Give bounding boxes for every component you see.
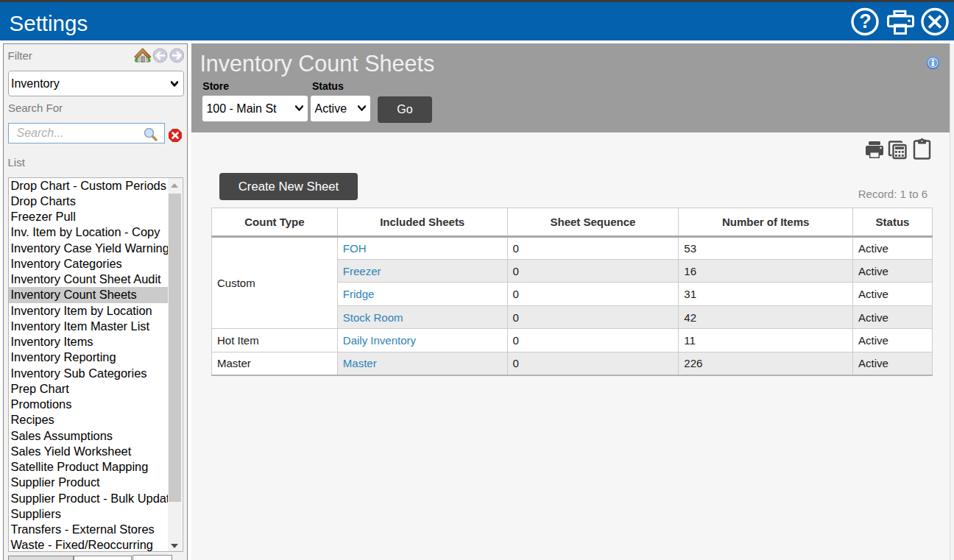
svg-text:?: ? <box>859 10 872 32</box>
